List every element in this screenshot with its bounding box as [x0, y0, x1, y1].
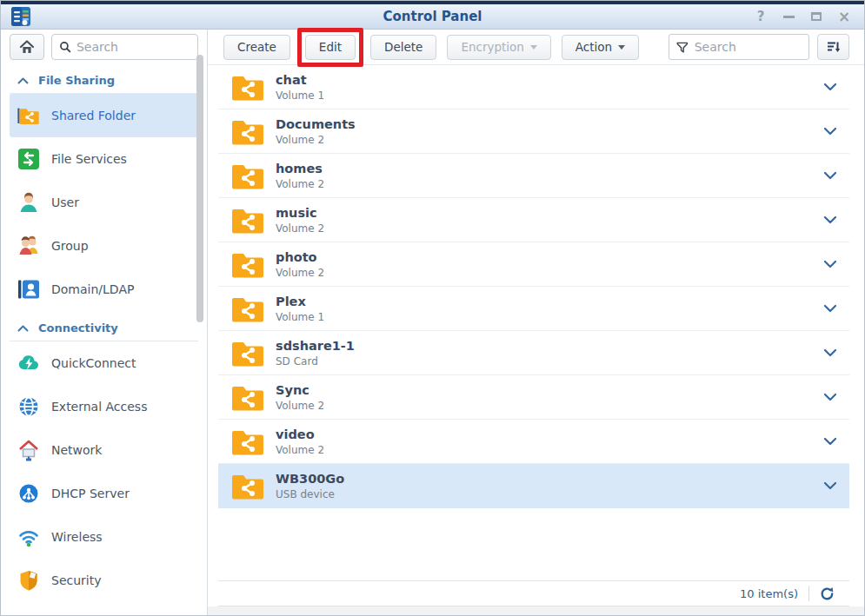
home-button[interactable] [10, 34, 44, 60]
shared-folder-row[interactable]: homesVolume 2 [218, 154, 849, 198]
shared-folder-row[interactable]: photoVolume 2 [218, 242, 849, 287]
row-expand-chevron[interactable] [820, 79, 841, 95]
folder-location: Volume 1 [276, 311, 324, 323]
sidebar-item-label: File Services [51, 152, 127, 166]
sidebar-item-label: Group [51, 239, 89, 253]
edit-button[interactable]: Edit [305, 35, 356, 60]
sidebar-item-domain-ldap[interactable]: Domain/LDAP [10, 268, 198, 311]
help-icon[interactable]: ? [753, 9, 769, 24]
row-expand-chevron[interactable] [820, 301, 841, 316]
folder-location: Volume 2 [276, 444, 324, 456]
user-icon [17, 191, 40, 214]
shared-folder-icon [230, 116, 265, 147]
folder-location: Volume 2 [276, 400, 324, 412]
folder-name: Plex [276, 295, 324, 309]
shared-folder-list: chatVolume 1 DocumentsVolume 2 homesVolu… [208, 64, 864, 580]
row-expand-chevron[interactable] [820, 256, 841, 272]
shared-folder-row[interactable]: videoVolume 2 [218, 420, 849, 464]
sidebar-item-dhcp-server[interactable]: DHCP Server [10, 472, 198, 515]
sidebar-item-group[interactable]: Group [10, 224, 198, 268]
sidebar-item-label: DHCP Server [51, 487, 130, 500]
shared-folder-icon [230, 470, 265, 501]
shared-folder-icon [17, 104, 40, 127]
sidebar-item-wireless[interactable]: Wireless [10, 515, 198, 559]
chevron-down-icon [823, 304, 837, 313]
shared-folder-row[interactable]: DocumentsVolume 2 [218, 109, 849, 154]
shared-folder-row[interactable]: sdshare1-1SD Card [218, 331, 849, 375]
shared-folder-icon [230, 160, 265, 191]
folder-name: chat [276, 73, 324, 88]
delete-button[interactable]: Delete [370, 35, 436, 60]
folder-location: Volume 2 [276, 222, 324, 235]
refresh-icon [820, 586, 835, 601]
folder-name: sdshare1-1 [276, 339, 355, 354]
row-expand-chevron[interactable] [820, 345, 841, 361]
external-access-icon [17, 395, 40, 418]
sidebar-search-input[interactable] [77, 40, 190, 54]
filter-search-input[interactable] [695, 40, 802, 54]
app-icon [10, 6, 31, 27]
sidebar-item-file-services[interactable]: File Services [10, 137, 198, 181]
network-icon [17, 439, 40, 461]
section-system[interactable]: System [1, 602, 207, 616]
sidebar-item-label: Network [51, 443, 102, 457]
row-expand-chevron[interactable] [820, 389, 841, 405]
file-services-icon [17, 148, 40, 170]
row-expand-chevron[interactable] [820, 123, 841, 139]
sidebar: File Sharing Shared Folder [1, 30, 208, 616]
create-button[interactable]: Create [223, 35, 290, 60]
shared-folder-row[interactable]: musicVolume 2 [218, 198, 849, 242]
shared-folder-row[interactable]: chatVolume 1 [218, 65, 849, 109]
refresh-button[interactable] [820, 586, 835, 601]
filter-search[interactable] [669, 34, 809, 60]
sidebar-item-quickconnect[interactable]: QuickConnect [10, 341, 198, 385]
row-expand-chevron[interactable] [820, 168, 841, 183]
row-expand-chevron[interactable] [820, 478, 841, 493]
chevron-up-icon [17, 325, 29, 332]
encryption-dropdown-button[interactable]: Encryption [447, 35, 550, 60]
domain-ldap-icon [17, 278, 40, 301]
sidebar-search[interactable] [51, 34, 198, 60]
section-file-sharing[interactable]: File Sharing [1, 63, 207, 93]
sidebar-scrollbar[interactable] [196, 55, 203, 322]
folder-name: photo [276, 250, 324, 265]
search-icon [59, 40, 71, 54]
row-expand-chevron[interactable] [820, 434, 841, 449]
shared-folder-icon [230, 426, 265, 457]
folder-location: SD Card [276, 355, 355, 368]
window-controls: ? × [753, 9, 864, 24]
sidebar-item-label: Domain/LDAP [51, 282, 134, 296]
shared-folder-row-selected[interactable]: WB300GoUSB device [218, 464, 849, 508]
shared-folder-row[interactable]: SyncVolume 2 [218, 375, 849, 420]
caret-down-icon [530, 45, 537, 50]
chevron-down-icon [823, 348, 837, 357]
chevron-down-icon [823, 481, 837, 490]
close-icon[interactable]: × [836, 9, 852, 24]
sidebar-item-label: External Access [51, 400, 147, 414]
folder-location: Volume 2 [276, 134, 356, 146]
sidebar-item-label: QuickConnect [51, 356, 136, 370]
maximize-icon[interactable] [808, 9, 824, 24]
folder-name: WB300Go [276, 472, 344, 487]
section-connectivity[interactable]: Connectivity [1, 311, 207, 341]
wireless-icon [17, 526, 40, 548]
shared-folder-icon [230, 293, 265, 324]
divider [808, 586, 809, 601]
shared-folder-icon [230, 248, 265, 280]
sort-button[interactable] [817, 34, 849, 60]
caret-down-icon [618, 45, 625, 50]
shared-folder-row[interactable]: PlexVolume 1 [218, 287, 849, 331]
sidebar-item-network[interactable]: Network [10, 428, 198, 472]
folder-location: Volume 2 [276, 178, 324, 190]
folder-location: Volume 2 [276, 267, 324, 279]
sidebar-item-security[interactable]: Security [10, 559, 198, 602]
action-dropdown-button[interactable]: Action [562, 35, 639, 60]
sidebar-item-shared-folder[interactable]: Shared Folder [10, 94, 198, 137]
folder-location: USB device [276, 488, 344, 500]
shared-folder-icon [230, 381, 265, 413]
row-expand-chevron[interactable] [820, 212, 841, 228]
home-icon [18, 39, 36, 55]
sidebar-item-user[interactable]: User [10, 181, 198, 224]
sidebar-item-external-access[interactable]: External Access [10, 385, 198, 428]
minimize-icon[interactable] [781, 9, 796, 24]
